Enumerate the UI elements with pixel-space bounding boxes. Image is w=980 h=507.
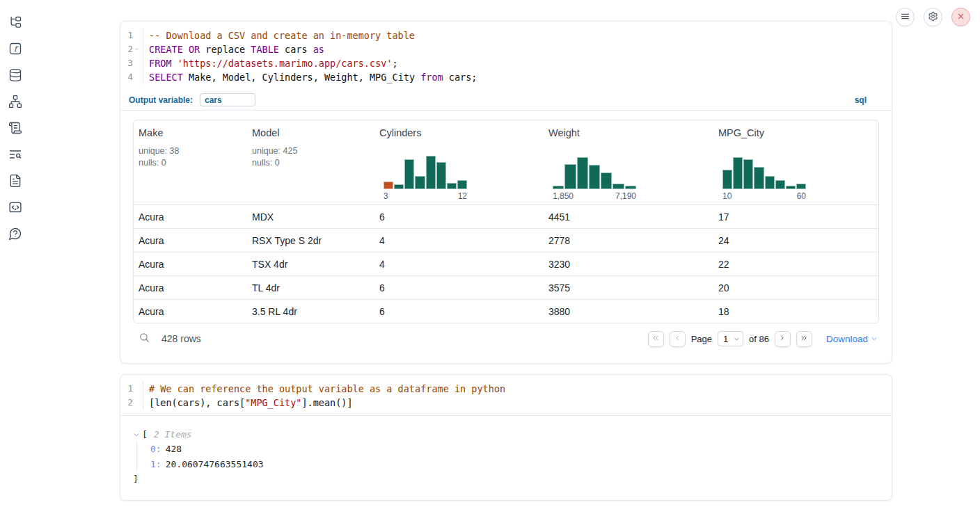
page-of-label: of 86: [749, 334, 769, 344]
histogram-bar: [577, 157, 588, 189]
histogram-ticks: 312: [384, 191, 467, 201]
sidebar-button-file-tree[interactable]: [8, 15, 23, 31]
python-code-editor[interactable]: 1# We can reference the output variable …: [120, 375, 892, 415]
column-histogram[interactable]: 1,8507,190: [553, 154, 636, 204]
download-label: Download: [826, 334, 868, 344]
sidebar-button-snippets[interactable]: [8, 200, 23, 216]
column-header-cylinders[interactable]: Cylinders312: [374, 120, 544, 204]
code-line[interactable]: 1# We can reference the output variable …: [120, 382, 892, 396]
chevron-left-icon: [673, 334, 681, 344]
sidebar-button-scratchpad[interactable]: [8, 121, 23, 136]
settings-button[interactable]: [924, 8, 942, 26]
download-button[interactable]: Download: [826, 334, 878, 344]
table-row[interactable]: Acura3.5 RL 4dr6388018: [134, 299, 878, 323]
first-page-button[interactable]: [648, 331, 664, 347]
code-text: [len(cars), cars["MPG_City"].mean()]: [143, 396, 353, 410]
menu-button[interactable]: [896, 8, 915, 26]
graph-icon: [8, 95, 22, 111]
close-icon: [956, 11, 966, 24]
collapse-chevron-icon[interactable]: [133, 431, 142, 438]
table-cell: 2778: [544, 229, 713, 252]
histogram-bar: [394, 184, 404, 189]
line-number-gutter: 2: [120, 396, 143, 410]
histogram-bar: [765, 176, 775, 189]
histogram-bar: [754, 167, 764, 189]
line-number-gutter: 2: [120, 42, 143, 56]
column-header-weight[interactable]: Weight1,8507,190: [544, 120, 713, 204]
tree-root-row: [ 2 Items: [133, 427, 879, 442]
tree-item: 0:428: [150, 442, 879, 457]
chevrons-right-icon: [800, 334, 808, 344]
line-number-gutter: 1: [120, 382, 143, 396]
search-list-icon: [8, 147, 22, 163]
help-bubble-icon: [8, 227, 22, 243]
open-bracket: [: [142, 427, 148, 442]
code-text: CREATE OR replace TABLE cars as: [143, 42, 324, 56]
table-footer: 428 rows Page 1 of 86: [133, 325, 879, 353]
page-select-value: 1: [723, 334, 728, 344]
histogram-bar: [775, 180, 785, 189]
table-row[interactable]: AcuraTL 4dr6357520: [134, 275, 878, 299]
code-line[interactable]: 1-- Download a CSV and create an in-memo…: [120, 29, 892, 42]
code-line[interactable]: 4SELECT Make, Model, Cylinders, Weight, …: [120, 70, 892, 84]
line-number-gutter: 4: [120, 70, 143, 84]
table-cell: RSX Type S 2dr: [247, 229, 374, 252]
line-number: 3: [127, 56, 133, 70]
line-number: 2: [127, 396, 133, 410]
table-cell: 22: [713, 252, 878, 275]
database-icon: [8, 68, 22, 84]
sidebar-button-help[interactable]: [8, 227, 23, 242]
column-label: Weight: [548, 127, 711, 138]
table-cell: 6: [374, 300, 544, 323]
table-cell: 18: [713, 300, 878, 323]
histogram-bar: [733, 157, 743, 189]
table-row[interactable]: AcuraMDX6445117: [134, 204, 878, 228]
sidebar-button-dependency-graph[interactable]: [8, 95, 23, 110]
column-label: Model: [252, 127, 372, 138]
shutdown-button[interactable]: [951, 8, 970, 26]
chevron-right-icon: [778, 334, 787, 344]
search-icon: [139, 332, 150, 346]
table-cell: 6: [374, 276, 544, 299]
sidebar-button-logs[interactable]: [8, 147, 23, 163]
page-select[interactable]: 1: [718, 331, 743, 346]
code-line[interactable]: 2CREATE OR replace TABLE cars as: [120, 42, 892, 56]
column-header-mpg_city[interactable]: MPG_City1060: [713, 120, 878, 204]
column-stats: unique: 38nulls: 0: [139, 145, 244, 169]
svg-text:f: f: [14, 44, 19, 53]
table-row[interactable]: AcuraTSX 4dr4323022: [134, 252, 878, 275]
table-cell: 24: [713, 229, 878, 252]
close-bracket: ]: [133, 472, 879, 486]
line-number-gutter: 3: [120, 56, 143, 70]
code-line[interactable]: 3FROM 'https://datasets.marimo.app/cars.…: [120, 56, 892, 70]
histogram-bar: [589, 165, 600, 189]
output-variable-input[interactable]: [200, 93, 255, 106]
line-number-gutter: 1: [120, 29, 143, 42]
table-body: AcuraMDX6445117AcuraRSX Type S 2dr427782…: [134, 204, 878, 323]
table-row[interactable]: AcuraRSX Type S 2dr4277824: [134, 228, 878, 252]
table-search-button[interactable]: [139, 332, 150, 346]
cell-language-badge: sql: [855, 95, 867, 105]
prev-page-button[interactable]: [670, 331, 686, 347]
code-line[interactable]: 2[len(cars), cars["MPG_City"].mean()]: [120, 396, 892, 410]
sql-code-editor[interactable]: 1-- Download a CSV and create an in-memo…: [120, 22, 892, 90]
item-index: 1:: [150, 459, 161, 469]
fold-chevron-icon[interactable]: [134, 46, 141, 53]
sidebar-button-variables[interactable]: f: [8, 42, 23, 57]
column-header-make[interactable]: Makeunique: 38nulls: 0: [134, 120, 247, 204]
code-text: SELECT Make, Model, Cylinders, Weight, M…: [143, 70, 477, 84]
table-cell: 3.5 RL 4dr: [247, 300, 374, 323]
tree-items: 0:4281:20.060747663551403: [136, 442, 879, 472]
column-header-model[interactable]: Modelunique: 425nulls: 0: [247, 120, 374, 204]
chevron-down-icon: [734, 334, 740, 344]
table-cell: 4451: [544, 205, 713, 228]
column-histogram[interactable]: 1060: [722, 154, 806, 204]
histogram-ticks: 1060: [722, 191, 806, 201]
sidebar-button-datasources[interactable]: [8, 68, 23, 83]
next-page-button[interactable]: [775, 331, 791, 347]
histogram-bar: [457, 180, 467, 189]
sidebar-button-documentation[interactable]: [8, 174, 23, 189]
last-page-button[interactable]: [796, 331, 812, 347]
column-histogram[interactable]: 312: [384, 154, 467, 204]
table-cell: Acura: [134, 229, 247, 252]
